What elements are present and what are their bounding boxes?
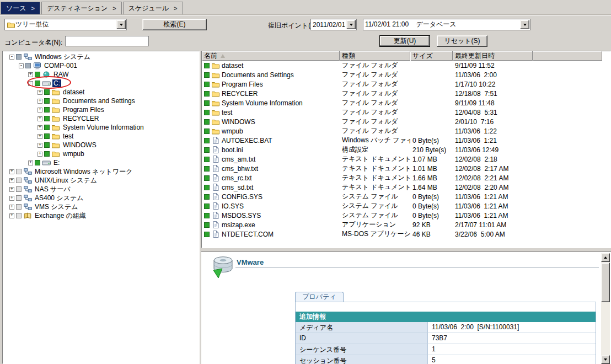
file-row-ntdetect-com[interactable]: NTDETECT.COMMS-DOS アプリケーション46 KB3/22/06 … — [202, 229, 610, 239]
column-header-item[interactable]: 種類 — [340, 51, 410, 61]
scroll-up-button[interactable] — [601, 253, 610, 262]
recovery-time-dropdown-button[interactable] — [520, 20, 529, 29]
tree-mode-dropdown-button[interactable] — [116, 20, 126, 29]
recovery-date-combo[interactable]: 2011/02/01 — [310, 19, 357, 30]
tab-item[interactable]: ソース> — [1, 2, 40, 14]
checkbox-checked[interactable] — [44, 125, 50, 130]
tree-item-windows[interactable]: -Windows システム — [3, 52, 199, 61]
tree-item-vms[interactable]: +VMS システム — [3, 202, 199, 211]
tree-item-nas[interactable]: +NAS サーバ — [3, 185, 199, 194]
checkbox-checked[interactable] — [204, 185, 210, 190]
checkbox-checked[interactable] — [35, 72, 40, 77]
tree-item-comp-001[interactable]: -COMP-001 — [3, 61, 199, 70]
file-row-recycler[interactable]: RECYCLERファイル フォルダ12/18/08 7:51 — [202, 89, 610, 98]
reset-button[interactable]: リセット(S) — [437, 35, 487, 47]
expand-toggle[interactable]: + — [37, 125, 42, 130]
collapse-toggle[interactable]: - — [9, 55, 14, 60]
tree-item-e[interactable]: +E: — [3, 158, 199, 167]
computer-name-input[interactable] — [65, 36, 149, 46]
checkbox-checked[interactable] — [44, 89, 50, 95]
checkbox-checked[interactable] — [204, 63, 210, 68]
checkbox-checked[interactable] — [44, 107, 50, 113]
checkbox-checked[interactable] — [204, 138, 210, 143]
recovery-date-dropdown-button[interactable] — [346, 20, 356, 29]
expand-toggle[interactable]: + — [9, 205, 14, 210]
file-row-dataset[interactable]: datasetファイル フォルダ9/11/09 11:52 — [202, 61, 610, 70]
tree-item-program-files[interactable]: +Program Files — [3, 105, 199, 114]
expand-toggle[interactable]: + — [9, 169, 14, 174]
checkbox-checked[interactable] — [44, 133, 50, 139]
tree-item-documents-and-settings[interactable]: +Documents and Settings — [3, 97, 199, 105]
file-row-windows[interactable]: WINDOWSファイル フォルダ2/01/10 7:16 — [202, 117, 610, 126]
checkbox-checked[interactable] — [204, 100, 210, 106]
expand-toggle[interactable]: + — [28, 72, 33, 77]
expand-toggle[interactable]: + — [28, 160, 33, 165]
file-row-test[interactable]: testファイル フォルダ12/04/08 5:31 — [202, 108, 610, 117]
file-row-wmpub[interactable]: wmpubファイル フォルダ11/03/06 1:22 — [202, 126, 610, 136]
checkbox-none[interactable] — [16, 178, 22, 183]
expand-toggle[interactable]: + — [37, 143, 42, 148]
details-scrollbar[interactable] — [601, 253, 610, 364]
checkbox-none[interactable] — [16, 169, 22, 174]
file-row-cms-sd-txt[interactable]: cms_sd.txtテキスト ドキュメント1.64 MB12/02/08 2:2… — [202, 183, 610, 192]
recovery-time-combo[interactable]: 11/02/01 21:00 データベース — [363, 19, 530, 30]
expand-toggle[interactable]: + — [9, 178, 14, 183]
collapse-toggle[interactable]: - — [19, 63, 24, 68]
tree-item-windows[interactable]: +WINDOWS — [3, 141, 199, 149]
checkbox-checked[interactable] — [204, 222, 210, 228]
tree-item-test[interactable]: +test — [3, 132, 199, 141]
checkbox-checked[interactable] — [44, 98, 50, 104]
tree-item-microsoft-windows[interactable]: +Microsoft Windows ネットワーク — [3, 167, 199, 176]
expand-toggle[interactable]: + — [37, 108, 42, 113]
tree-mode-combo[interactable]: ツリー単位 — [4, 19, 127, 30]
checkbox-partial[interactable] — [16, 54, 22, 60]
expand-toggle[interactable]: + — [37, 99, 42, 104]
checkbox-none[interactable] — [16, 195, 22, 201]
expand-toggle[interactable]: + — [9, 187, 14, 192]
checkbox-checked[interactable] — [204, 213, 210, 218]
file-row-autoexec-bat[interactable]: AUTOEXEC.BATWindows バッチ ファイ...0 Byte(s)1… — [202, 136, 610, 145]
checkbox-checked[interactable] — [204, 110, 210, 115]
checkbox-none[interactable] — [16, 186, 22, 192]
checkbox-none[interactable] — [16, 213, 22, 218]
checkbox-checked[interactable] — [204, 204, 210, 209]
checkbox-checked[interactable] — [44, 116, 50, 121]
checkbox-checked[interactable] — [44, 142, 50, 148]
column-header-item[interactable]: サイズ — [410, 51, 453, 61]
checkbox-partial[interactable] — [25, 63, 31, 68]
file-row-system-volume-information[interactable]: System Volume Informationファイル フォルダ9/11/0… — [202, 98, 610, 108]
checkbox-checked[interactable] — [204, 147, 210, 153]
tab-item[interactable]: デスティネーション> — [41, 2, 122, 14]
expand-toggle[interactable]: + — [37, 116, 42, 121]
checkbox-checked[interactable] — [35, 160, 40, 165]
checkbox-checked[interactable] — [204, 82, 210, 87]
tree-item-c[interactable]: -C: — [3, 79, 199, 88]
collapse-toggle[interactable]: - — [28, 81, 33, 86]
update-button[interactable]: 更新(U) — [379, 35, 430, 47]
file-row-documents-and-settings[interactable]: Documents and Settingsファイル フォルダ11/03/06 … — [202, 70, 610, 79]
tree-item-dataset[interactable]: +dataset — [3, 88, 199, 97]
scrollbar-thumb[interactable] — [601, 263, 610, 302]
tree-item-exchange[interactable]: +Exchange の組織 — [3, 211, 199, 220]
checkbox-checked[interactable] — [204, 194, 210, 200]
file-row-cms-am-txt[interactable]: cms_am.txtテキスト ドキュメント1.07 MB12/02/08 2:1… — [202, 154, 610, 164]
tree-item-raw[interactable]: +RAW — [3, 70, 199, 79]
file-row-cms-bhw-txt[interactable]: cms_bhw.txtテキスト ドキュメント1.01 MB12/02/08 2:… — [202, 164, 610, 173]
checkbox-checked[interactable] — [204, 166, 210, 172]
file-row-config-sys[interactable]: CONFIG.SYSシステム ファイル0 Byte(s)11/03/06 1:2… — [202, 192, 610, 201]
checkbox-checked[interactable] — [204, 72, 210, 78]
checkbox-none[interactable] — [16, 204, 22, 210]
expand-toggle[interactable]: + — [37, 152, 42, 157]
tree-item-wmpub[interactable]: +wmpub — [3, 149, 199, 158]
checkbox-checked[interactable] — [35, 81, 40, 86]
expand-toggle[interactable]: + — [9, 213, 14, 218]
file-row-boot-ini[interactable]: boot.ini構成設定210 Byte(s)11/03/06 12:49 — [202, 145, 610, 154]
tab-properties[interactable]: プロパティ — [295, 292, 344, 302]
tree-item-unix-linux[interactable]: +UNIX/Linux システム — [3, 176, 199, 185]
column-header-item[interactable]: 最終更新日時 — [453, 51, 533, 61]
checkbox-checked[interactable] — [204, 129, 210, 134]
tree-item-as400[interactable]: +AS400 システム — [3, 194, 199, 202]
scroll-down-button[interactable] — [601, 355, 610, 364]
checkbox-checked[interactable] — [204, 175, 210, 181]
expand-toggle[interactable]: + — [37, 90, 42, 95]
